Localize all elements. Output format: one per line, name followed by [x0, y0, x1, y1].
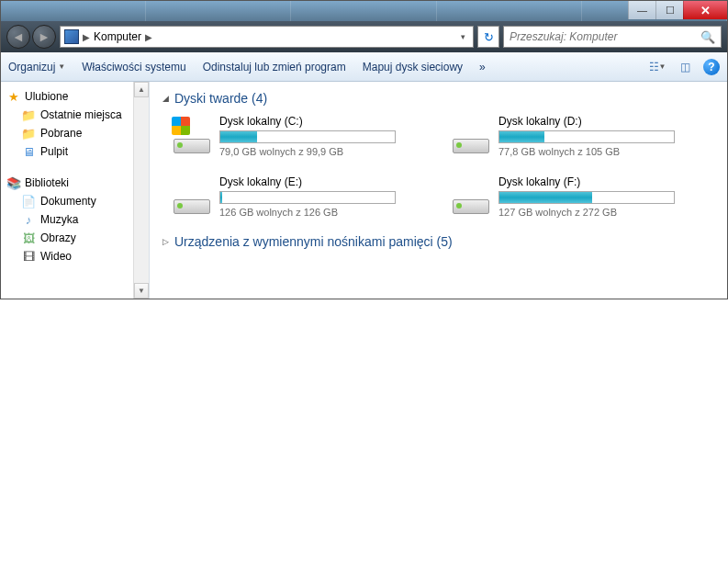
section-label: Dyski twarde (4) — [174, 91, 267, 106]
drive-icon — [172, 175, 212, 216]
sidebar-item-label: Ostatnie miejsca — [40, 108, 122, 121]
view-options-button[interactable]: ☷ ▼ — [648, 59, 666, 75]
minimize-icon: ― — [637, 5, 647, 16]
breadcrumb-location[interactable]: Komputer — [94, 30, 141, 43]
maximize-button[interactable]: ☐ — [655, 1, 683, 19]
refresh-icon: ↻ — [484, 30, 494, 44]
pictures-icon: 🖼 — [21, 231, 36, 245]
search-box[interactable]: 🔍 — [503, 26, 722, 48]
sidebar-item-label: Pobrane — [40, 127, 82, 140]
system-properties-button[interactable]: Właściwości systemu — [82, 61, 185, 73]
section-label: Urządzenia z wymiennymi nośnikami pamięc… — [174, 234, 453, 249]
sidebar-item-music[interactable]: ♪Muzyka — [3, 210, 131, 229]
maximize-icon: ☐ — [666, 5, 675, 17]
desktop-icon: 🖥 — [21, 144, 36, 159]
arrow-right-icon: ► — [38, 29, 50, 44]
drive-capacity-text: 79,0 GB wolnych z 99,9 GB — [219, 146, 429, 157]
capacity-bar — [498, 130, 675, 143]
chevron-down-icon: ▼ — [659, 62, 666, 71]
help-button[interactable]: ? — [703, 59, 720, 75]
favorites-group[interactable]: ★ Ulubione — [3, 87, 131, 106]
drive-name: Dysk lokalny (E:) — [219, 175, 429, 188]
chevron-down-icon: ▼ — [58, 62, 65, 71]
organize-label: Organizuj — [8, 61, 55, 73]
sidebar-item-downloads[interactable]: 📁Pobrane — [3, 124, 131, 142]
capacity-bar — [219, 130, 396, 143]
drive-icon — [451, 175, 491, 216]
scroll-up-button[interactable]: ▲ — [134, 82, 149, 97]
drive-item[interactable]: Dysk lokalny (E:)126 GB wolnych z 126 GB — [172, 175, 429, 218]
computer-icon — [64, 29, 79, 44]
drive-name: Dysk lokalny (F:) — [498, 175, 708, 188]
sidebar-item-label: Muzyka — [40, 213, 78, 226]
drive-capacity-text: 126 GB wolnych z 126 GB — [219, 207, 429, 218]
drive-name: Dysk lokalny (D:) — [498, 115, 708, 128]
collapse-icon: ◢ — [162, 94, 169, 103]
preview-pane-button[interactable]: ◫ — [676, 59, 694, 75]
drive-capacity-text: 127 GB wolnych z 272 GB — [498, 207, 708, 218]
libraries-group[interactable]: 📚 Biblioteki — [3, 174, 131, 192]
explorer-window: ― ☐ ✕ ◄ ► ▶ Komputer ▶ ▾ ↻ 🔍 Organizuj ▼… — [0, 0, 728, 299]
title-bar[interactable]: ― ☐ ✕ — [1, 1, 727, 21]
music-icon: ♪ — [21, 212, 36, 227]
drive-icon — [172, 115, 212, 155]
document-icon: 📄 — [21, 194, 36, 209]
organize-menu[interactable]: Organizuj ▼ — [8, 61, 65, 73]
drive-name: Dysk lokalny (C:) — [219, 115, 429, 128]
content-area: ★ Ulubione 📁Ostatnie miejsca 📁Pobrane 🖥P… — [1, 82, 727, 299]
address-dropdown[interactable]: ▾ — [457, 32, 469, 41]
navigation-pane: ★ Ulubione 📁Ostatnie miejsca 📁Pobrane 🖥P… — [1, 82, 150, 299]
scroll-down-button[interactable]: ▼ — [134, 283, 149, 299]
drive-info: Dysk lokalny (F:)127 GB wolnych z 272 GB — [498, 175, 708, 218]
drive-info: Dysk lokalny (C:)79,0 GB wolnych z 99,9 … — [219, 115, 429, 157]
nav-bar: ◄ ► ▶ Komputer ▶ ▾ ↻ 🔍 — [1, 21, 727, 52]
drive-item[interactable]: Dysk lokalny (C:)79,0 GB wolnych z 99,9 … — [172, 115, 429, 157]
forward-button[interactable]: ► — [32, 25, 56, 49]
back-button[interactable]: ◄ — [6, 25, 30, 49]
video-icon: 🎞 — [21, 249, 36, 264]
toolbar: Organizuj ▼ Właściwości systemu Odinstal… — [1, 52, 727, 82]
drive-item[interactable]: Dysk lokalny (F:)127 GB wolnych z 272 GB — [451, 175, 708, 218]
refresh-button[interactable]: ↻ — [477, 26, 499, 48]
capacity-bar — [219, 191, 396, 204]
libraries-label: Biblioteki — [25, 176, 69, 189]
drive-item[interactable]: Dysk lokalny (D:)77,8 GB wolnych z 105 G… — [451, 115, 708, 157]
address-bar[interactable]: ▶ Komputer ▶ ▾ — [60, 26, 474, 48]
drive-info: Dysk lokalny (D:)77,8 GB wolnych z 105 G… — [498, 115, 708, 157]
main-pane: ◢ Dyski twarde (4) Dysk lokalny (C:)79,0… — [150, 82, 727, 299]
sidebar-item-label: Dokumenty — [40, 195, 96, 208]
close-icon: ✕ — [700, 4, 711, 17]
sidebar-item-label: Obrazy — [40, 231, 76, 244]
arrow-left-icon: ◄ — [12, 29, 25, 44]
star-icon: ★ — [6, 89, 21, 104]
sidebar-item-pictures[interactable]: 🖼Obrazy — [3, 229, 131, 247]
expand-icon: ▷ — [162, 237, 169, 246]
sidebar-item-documents[interactable]: 📄Dokumenty — [3, 192, 131, 210]
hard-drives-section[interactable]: ◢ Dyski twarde (4) — [162, 91, 714, 106]
favorites-label: Ulubione — [25, 90, 68, 103]
close-button[interactable]: ✕ — [683, 1, 727, 19]
windows-flag-icon — [172, 117, 190, 135]
sidebar-scrollbar[interactable]: ▲ ▼ — [133, 82, 149, 299]
library-icon: 📚 — [6, 175, 21, 190]
removable-section[interactable]: ▷ Urządzenia z wymiennymi nośnikami pami… — [162, 234, 714, 249]
search-icon[interactable]: 🔍 — [700, 30, 715, 44]
sidebar-item-recent[interactable]: 📁Ostatnie miejsca — [3, 106, 131, 124]
folder-icon: 📁 — [21, 126, 36, 141]
drive-icon — [451, 115, 491, 155]
breadcrumb-sep-icon: ▶ — [83, 32, 90, 42]
search-input[interactable] — [510, 30, 700, 43]
map-drive-button[interactable]: Mapuj dysk sieciowy — [363, 61, 463, 73]
minimize-button[interactable]: ― — [628, 1, 655, 19]
sidebar-item-label: Wideo — [40, 250, 72, 263]
breadcrumb-sep-icon: ▶ — [145, 32, 152, 42]
toolbar-overflow[interactable]: » — [479, 61, 486, 73]
sidebar-item-videos[interactable]: 🎞Wideo — [3, 247, 131, 265]
drive-info: Dysk lokalny (E:)126 GB wolnych z 126 GB — [219, 175, 429, 218]
sidebar-item-desktop[interactable]: 🖥Pulpit — [3, 142, 131, 161]
drive-capacity-text: 77,8 GB wolnych z 105 GB — [498, 146, 708, 157]
folder-icon: 📁 — [21, 107, 36, 122]
capacity-bar — [498, 191, 675, 204]
uninstall-program-button[interactable]: Odinstaluj lub zmień program — [203, 61, 346, 73]
sidebar-item-label: Pulpit — [40, 145, 68, 158]
